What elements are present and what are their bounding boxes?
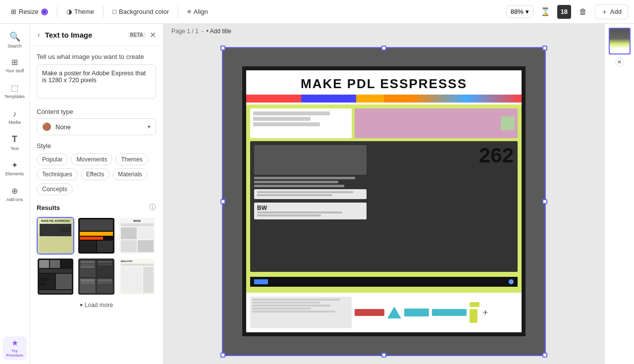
style-tag-concepts[interactable]: Concepts: [37, 183, 73, 195]
pf-line-4: [252, 308, 311, 310]
add-ons-icon: ⊕: [11, 186, 18, 196]
sidebar-item-try-premium[interactable]: ★ Try Premium: [3, 336, 27, 360]
result-thumb-6[interactable]: MAKE EXPR: [118, 258, 156, 295]
pmb-box-1: [254, 189, 367, 199]
handle-bottom-right[interactable]: [542, 353, 547, 358]
poster-outer: MAKE PDL ESSPRESSS: [223, 48, 545, 355]
content-type-select[interactable]: 🟤 None ▾: [37, 118, 156, 135]
pr1-right: [355, 108, 518, 138]
handle-top-middle[interactable]: [381, 46, 386, 51]
sidebar-item-your-stuff[interactable]: ⊞ Your stuff: [3, 53, 27, 77]
sidebar-item-templates[interactable]: ⬚ Templates: [3, 79, 27, 103]
results-title: Results: [37, 204, 60, 211]
panel-body: Tell us what image you want to create Ma…: [30, 46, 163, 364]
poster-number: 262: [479, 145, 514, 166]
poster-content: MAKE PDL ESSPRESSS: [246, 70, 522, 333]
plus-icon: ＋: [601, 7, 608, 16]
load-more-label: Load more: [85, 302, 113, 309]
pbb-dot: [509, 279, 514, 284]
beta-badge: BETA: [128, 32, 146, 38]
sidebar-elements-label: Elements: [5, 171, 24, 176]
panel-close-button[interactable]: ✕: [150, 30, 156, 40]
result-thumb-4[interactable]: ADD PO: [37, 258, 74, 295]
pf-red-bar: [355, 309, 384, 316]
pf-line-1: [252, 299, 340, 301]
pmb-text-lines: [254, 177, 367, 187]
content-type-section: Content type 🟤 None ▾: [37, 108, 156, 135]
zoom-selector[interactable]: 88% ▾: [506, 5, 533, 18]
page-info: Page 1 / 1: [171, 28, 199, 35]
trash-button[interactable]: 🗑: [575, 4, 591, 20]
media-icon: ♪: [13, 109, 17, 118]
pf-line-5: [252, 311, 335, 312]
pf-text-block: [250, 297, 352, 328]
pmb-image: [254, 145, 367, 175]
results-header: Results ⓘ: [37, 203, 156, 212]
main-layout: 🔍 Search ⊞ Your stuff ⬚ Templates ♪ Medi…: [0, 24, 634, 364]
handle-middle-left[interactable]: [220, 199, 225, 204]
pf-shapes: ✈: [355, 297, 518, 328]
style-label: Style: [37, 142, 156, 150]
pr1-text-1: [253, 111, 330, 115]
font-size-badge: 18: [557, 5, 571, 19]
elements-icon: ✦: [11, 160, 18, 170]
content-type-icon: 🟤: [42, 122, 52, 131]
undo-button[interactable]: ⌛: [537, 4, 553, 20]
sidebar-item-search[interactable]: 🔍 Search: [3, 28, 27, 52]
theme-button[interactable]: ◑ Theme: [61, 5, 99, 18]
add-title-link[interactable]: • Add title: [207, 28, 231, 35]
page-thumbnail[interactable]: [609, 28, 631, 54]
thumbnail-close-button[interactable]: ✕: [615, 57, 624, 66]
result-thumb-3[interactable]: MAKE: [118, 217, 156, 255]
load-more[interactable]: ▾ Load more: [37, 302, 156, 309]
style-tag-techniques[interactable]: Techniques: [37, 168, 78, 180]
pf-triangle: [387, 307, 401, 318]
sidebar-item-add-ons[interactable]: ⊕ Add-ons: [3, 182, 27, 206]
style-tag-effects[interactable]: Effects: [81, 168, 109, 180]
add-button[interactable]: ＋ Add: [595, 4, 628, 19]
style-tag-movements[interactable]: Movements: [71, 154, 112, 165]
design-canvas[interactable]: MAKE PDL ESSPRESSS: [223, 48, 545, 355]
style-tag-popular[interactable]: Popular: [37, 154, 68, 165]
pmb-line-2: [254, 181, 338, 183]
prompt-textarea[interactable]: Make a poster for Adobe Express that is …: [37, 64, 156, 99]
result-thumb-5[interactable]: [77, 258, 115, 295]
sidebar-item-media[interactable]: ♪ Media: [3, 105, 27, 129]
panel-back-button[interactable]: ‹: [37, 30, 41, 40]
align-button[interactable]: ≡ Align: [182, 5, 213, 18]
pf-teal-rect-2: [432, 309, 467, 316]
sidebar-premium-label: Try Premium: [3, 349, 27, 358]
result-thumb-2[interactable]: [77, 217, 115, 255]
prompt-label: Tell us what image you want to create: [37, 53, 156, 60]
toolbar-right: 88% ▾ ⌛ 18 🗑 ＋ Add: [506, 4, 628, 20]
toolbar-separator-3: [178, 6, 178, 18]
separator: -: [202, 28, 204, 35]
purple-dot-icon: ●: [41, 8, 48, 15]
handle-top-right[interactable]: [542, 46, 547, 51]
canvas-area: Page 1 / 1 - • Add title: [163, 24, 604, 364]
pr1-text-3: [253, 122, 320, 126]
results-section: Results ⓘ MAKE PDL ESSPRESSS 202: [37, 203, 156, 309]
pf-yellow-rect-1: [470, 302, 479, 307]
pr1-left: [250, 108, 352, 138]
handle-top-left[interactable]: [220, 46, 225, 51]
sidebar-item-elements[interactable]: ✦ Elements: [3, 156, 27, 180]
sidebar-item-text[interactable]: T Text: [3, 131, 27, 155]
align-icon: ≡: [187, 8, 191, 15]
style-tag-materials[interactable]: Materials: [112, 168, 148, 180]
bg-color-icon: □: [112, 8, 116, 15]
handle-bottom-middle[interactable]: [381, 353, 386, 358]
handle-middle-right[interactable]: [542, 199, 547, 204]
poster-title: MAKE PDL ESSPRESSS: [246, 70, 522, 95]
handle-bottom-left[interactable]: [220, 353, 225, 358]
style-tag-themes[interactable]: Themes: [115, 154, 148, 165]
results-info-button[interactable]: ⓘ: [149, 203, 156, 212]
result-thumb-1[interactable]: MAKE PDL ESSPRESSS 202: [37, 217, 74, 255]
text-icon: T: [12, 134, 17, 145]
resize-button[interactable]: ⊞ Resize ●: [6, 5, 53, 18]
sidebar-your-stuff-label: Your stuff: [5, 68, 24, 73]
bg-color-button[interactable]: □ Background color: [107, 5, 174, 18]
toolbar-separator-2: [103, 6, 104, 18]
content-type-label: Content type: [37, 108, 156, 115]
icon-sidebar: 🔍 Search ⊞ Your stuff ⬚ Templates ♪ Medi…: [0, 24, 30, 364]
